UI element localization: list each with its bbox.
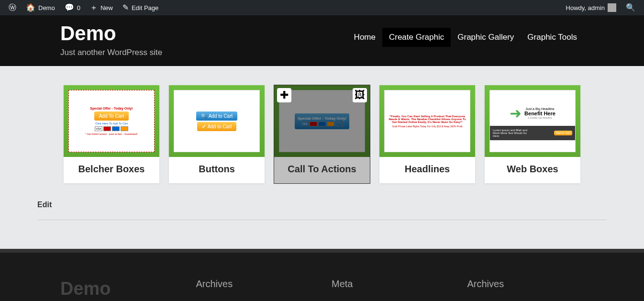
admin-comments[interactable]: 💬0 — [60, 0, 85, 15]
admin-site-link[interactable]: 🏠Demo — [21, 0, 60, 15]
wp-logo[interactable]: ⓦ — [4, 0, 21, 15]
mock-special-text: Special Offer - Today Only! — [90, 107, 133, 110]
card-thumbnail: 🔍Add to Cart ✔Add to Cart — [169, 85, 265, 157]
admin-account[interactable]: Howdy, admin — [561, 0, 621, 15]
card-label: Buttons — [169, 157, 265, 183]
main-nav: Home Create Graphic Graphic Gallery Grap… — [347, 28, 584, 47]
site-description: Just another WordPress site — [60, 48, 162, 57]
plus-icon: ✚ — [280, 89, 289, 101]
admin-new[interactable]: ＋New — [85, 0, 118, 15]
admin-new-label: New — [100, 4, 113, 11]
check-icon: ✔ — [202, 124, 206, 129]
mock-clickhere: Click Here To Add To Cart — [95, 122, 128, 125]
mock-headline: "Finally, You Can Start Selling A Produc… — [388, 115, 467, 123]
admin-comments-count: 0 — [77, 4, 80, 11]
card-thumbnail: "Finally, You Can Start Selling A Produc… — [379, 85, 475, 157]
nav-create-graphic[interactable]: Create Graphic — [382, 28, 451, 47]
page-content: Special Offer - Today Only! Add To Cart … — [0, 66, 644, 249]
card-thumbnail: Special Offer - Today Only! Add To Cart … — [64, 85, 159, 157]
wb-title: Just a Big Headline — [524, 107, 555, 111]
wb-footer: Lorem Ipsum and Blah and Much More Text … — [490, 126, 575, 140]
plus-icon: ＋ — [90, 4, 98, 11]
admin-howdy: Howdy, admin — [566, 4, 605, 11]
credit-cards-icon: VISA — [95, 126, 128, 131]
mock-blue-btn: 🔍Add to Cart — [196, 111, 238, 121]
nav-home[interactable]: Home — [347, 28, 382, 47]
mock-headline-sub: Grab Private Label Rights Today For Only… — [392, 125, 462, 128]
card-call-to-actions[interactable]: Special Offer - Today Only! VISA ✚ 🖼 Cal… — [274, 85, 370, 183]
graphic-cards: Special Offer - Today Only! Add To Cart … — [37, 85, 607, 183]
site-footer: Demo Archives Meta Archives — [0, 249, 644, 301]
comment-icon: 💬 — [65, 4, 74, 11]
admin-edit-page[interactable]: ✎Edit Page — [118, 0, 163, 15]
edit-link[interactable]: Edit — [37, 201, 607, 220]
card-thumbnail: ➜ Just a Big Headline Benefit Here a sma… — [485, 85, 580, 157]
footer-col-meta: Meta — [332, 279, 448, 299]
wb-sub: a smaller sub-headline — [524, 116, 555, 119]
image-icon: 🖼 — [355, 89, 365, 101]
search-icon: 🔍 — [626, 4, 635, 11]
card-thumbnail: Special Offer - Today Only! VISA ✚ 🖼 — [274, 85, 370, 157]
footer-col-archives: Archives — [196, 279, 313, 299]
mock-orange-btn: ✔Add to Cart — [197, 122, 237, 131]
home-icon: 🏠 — [26, 4, 35, 11]
card-label: Belcher Boxes — [64, 157, 159, 183]
arrow-right-icon: ➜ — [510, 105, 522, 122]
card-buttons[interactable]: 🔍Add to Cart ✔Add to Cart Buttons — [169, 85, 265, 183]
footer-brand: Demo — [60, 279, 177, 299]
card-headlines[interactable]: "Finally, You Can Start Selling A Produc… — [379, 85, 475, 183]
wb-benefit: Benefit Here — [524, 111, 555, 116]
card-label: Call To Actions — [274, 157, 370, 183]
site-title[interactable]: Demo — [60, 22, 162, 45]
card-label: Web Boxes — [485, 157, 580, 183]
magnify-icon: 🔍 — [201, 113, 207, 119]
mock-addcart-btn: Add To Cart — [94, 111, 129, 121]
nav-graphic-tools[interactable]: Graphic Tools — [521, 28, 584, 47]
footer-col-archives-2: Archives — [467, 279, 584, 299]
admin-edit-label: Edit Page — [132, 4, 158, 11]
site-header: Demo Just another WordPress site Home Cr… — [0, 15, 644, 66]
card-web-boxes[interactable]: ➜ Just a Big Headline Benefit Here a sma… — [485, 85, 580, 183]
card-belcher-boxes[interactable]: Special Offer - Today Only! Add To Cart … — [64, 85, 159, 183]
pencil-icon: ✎ — [122, 4, 129, 11]
image-block-button[interactable]: 🖼 — [353, 88, 367, 102]
admin-search[interactable]: 🔍 — [621, 0, 640, 15]
nav-graphic-gallery[interactable]: Graphic Gallery — [451, 28, 521, 47]
admin-site-name: Demo — [38, 4, 55, 11]
wordpress-icon: ⓦ — [9, 4, 16, 11]
avatar — [608, 3, 616, 12]
card-label: Headlines — [379, 157, 475, 183]
wp-admin-bar: ⓦ 🏠Demo 💬0 ＋New ✎Edit Page Howdy, admin … — [0, 0, 644, 15]
mock-instant: * Get Instant access - even at 2am - Gua… — [86, 133, 138, 135]
add-block-button[interactable]: ✚ — [277, 88, 291, 102]
